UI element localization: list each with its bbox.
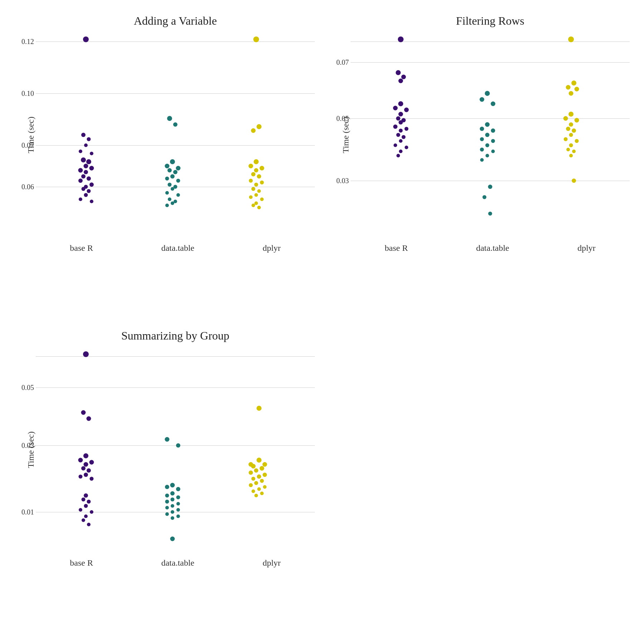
adding-variable-chart: Adding a Variable Time (sec) 0.12 0.10 0… bbox=[7, 7, 322, 322]
adding-variable-x-datatable: data.table bbox=[161, 243, 195, 253]
filtering-rows-x-base-r: base R bbox=[385, 243, 408, 253]
filtering-rows-title: Filtering Rows bbox=[351, 14, 630, 28]
adding-variable-x-dplyr: dplyr bbox=[263, 243, 281, 253]
filtering-rows-chart: Filtering Rows Time (sec) 0.07 0.05 0.03 bbox=[322, 7, 637, 322]
summarizing-group-x-base-r: base R bbox=[70, 558, 93, 568]
summarizing-group-x-dplyr: dplyr bbox=[263, 558, 281, 568]
filtering-rows-plot-area: 0.07 0.05 0.03 bbox=[351, 31, 630, 239]
summarizing-group-y-label: Time (sec) bbox=[26, 431, 36, 468]
summarizing-group-title: Summarizing by Group bbox=[36, 329, 315, 342]
adding-variable-x-base-r: base R bbox=[70, 243, 93, 253]
empty-quadrant bbox=[322, 322, 637, 637]
summarizing-group-plot-area: 0.05 0.03 0.01 bbox=[36, 346, 315, 553]
charts-grid: Adding a Variable Time (sec) 0.12 0.10 0… bbox=[0, 0, 644, 644]
summarizing-group-x-datatable: data.table bbox=[161, 558, 195, 568]
filtering-rows-x-dplyr: dplyr bbox=[577, 243, 596, 253]
filtering-rows-x-datatable: data.table bbox=[476, 243, 509, 253]
adding-variable-plot-area: 0.12 0.10 0.07 0.06 bbox=[36, 31, 315, 239]
summarizing-group-chart: Summarizing by Group Time (sec) 0.05 0.0… bbox=[7, 322, 322, 637]
adding-variable-title: Adding a Variable bbox=[36, 14, 315, 28]
